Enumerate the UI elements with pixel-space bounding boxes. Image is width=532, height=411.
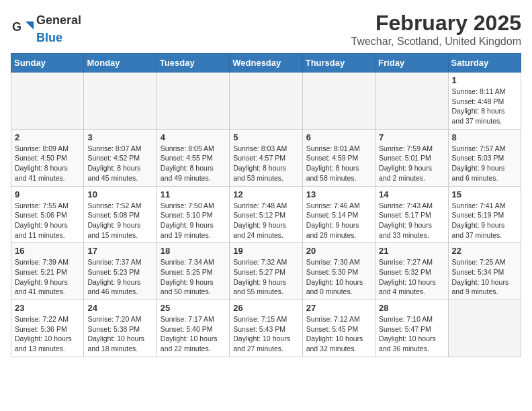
calendar-cell: 10Sunrise: 7:52 AMSunset: 5:08 PMDayligh… [84,186,157,243]
day-detail: Sunrise: 8:01 AMSunset: 4:59 PMDaylight:… [306,144,371,183]
day-detail: Sunrise: 7:46 AMSunset: 5:14 PMDaylight:… [306,201,371,240]
calendar-cell [230,73,302,130]
calendar-header-row: SundayMondayTuesdayWednesdayThursdayFrid… [11,54,521,73]
col-header-tuesday: Tuesday [157,54,229,73]
day-detail: Sunrise: 7:20 AMSunset: 5:38 PMDaylight:… [87,314,152,354]
logo-general-text: General [36,13,81,27]
day-number: 19 [233,246,298,256]
col-header-thursday: Thursday [302,54,375,73]
calendar-cell [448,300,521,357]
day-number: 11 [161,189,226,199]
day-detail: Sunrise: 7:12 AMSunset: 5:45 PMDaylight:… [306,314,371,354]
day-number: 7 [379,132,444,142]
col-header-sunday: Sunday [11,54,84,73]
calendar-table: SundayMondayTuesdayWednesdayThursdayFrid… [11,53,521,357]
svg-marker-1 [26,21,34,30]
calendar-cell: 28Sunrise: 7:10 AMSunset: 5:47 PMDayligh… [375,300,448,357]
day-number: 27 [306,303,371,313]
calendar-cell: 16Sunrise: 7:39 AMSunset: 5:21 PMDayligh… [11,243,84,300]
calendar-cell: 20Sunrise: 7:30 AMSunset: 5:30 PMDayligh… [302,243,375,300]
day-detail: Sunrise: 7:15 AMSunset: 5:43 PMDaylight:… [233,314,298,354]
day-detail: Sunrise: 7:17 AMSunset: 5:40 PMDaylight:… [161,314,226,354]
day-detail: Sunrise: 8:11 AMSunset: 4:48 PMDaylight:… [452,87,517,126]
calendar-week-row: 9Sunrise: 7:55 AMSunset: 5:06 PMDaylight… [11,186,521,243]
calendar-week-row: 23Sunrise: 7:22 AMSunset: 5:36 PMDayligh… [11,300,521,357]
day-number: 24 [87,303,152,313]
day-detail: Sunrise: 7:34 AMSunset: 5:25 PMDaylight:… [161,257,226,297]
day-number: 3 [87,132,152,142]
calendar-cell: 11Sunrise: 7:50 AMSunset: 5:10 PMDayligh… [157,186,229,243]
calendar-week-row: 1Sunrise: 8:11 AMSunset: 4:48 PMDaylight… [11,73,521,130]
calendar-cell: 27Sunrise: 7:12 AMSunset: 5:45 PMDayligh… [302,300,375,357]
calendar-cell: 13Sunrise: 7:46 AMSunset: 5:14 PMDayligh… [302,186,375,243]
day-number: 25 [161,303,226,313]
day-detail: Sunrise: 7:39 AMSunset: 5:21 PMDaylight:… [15,257,80,297]
day-detail: Sunrise: 7:52 AMSunset: 5:08 PMDaylight:… [87,201,152,240]
day-detail: Sunrise: 8:09 AMSunset: 4:50 PMDaylight:… [15,144,80,183]
calendar-cell: 18Sunrise: 7:34 AMSunset: 5:25 PMDayligh… [157,243,229,300]
day-detail: Sunrise: 7:48 AMSunset: 5:12 PMDaylight:… [233,201,298,240]
calendar-cell: 21Sunrise: 7:27 AMSunset: 5:32 PMDayligh… [375,243,448,300]
day-number: 9 [15,189,80,199]
day-number: 26 [233,303,298,313]
day-number: 20 [306,246,371,256]
day-number: 22 [452,246,517,256]
col-header-wednesday: Wednesday [230,54,302,73]
page-header: G General Blue February 2025 Twechar, Sc… [11,11,521,48]
calendar-cell: 9Sunrise: 7:55 AMSunset: 5:06 PMDaylight… [11,186,84,243]
day-number: 5 [233,132,298,142]
day-number: 2 [15,132,80,142]
calendar-cell: 2Sunrise: 8:09 AMSunset: 4:50 PMDaylight… [11,129,84,186]
col-header-friday: Friday [375,54,448,73]
calendar-cell: 22Sunrise: 7:25 AMSunset: 5:34 PMDayligh… [448,243,521,300]
day-number: 10 [87,189,152,199]
day-number: 6 [306,132,371,142]
day-number: 13 [306,189,371,199]
calendar-cell [84,73,157,130]
day-number: 17 [87,246,152,256]
calendar-cell: 12Sunrise: 7:48 AMSunset: 5:12 PMDayligh… [230,186,302,243]
title-area: February 2025 Twechar, Scotland, United … [351,11,521,48]
calendar-cell: 15Sunrise: 7:41 AMSunset: 5:19 PMDayligh… [448,186,521,243]
day-detail: Sunrise: 7:25 AMSunset: 5:34 PMDaylight:… [452,257,517,297]
calendar-cell: 6Sunrise: 8:01 AMSunset: 4:59 PMDaylight… [302,129,375,186]
day-number: 14 [379,189,444,199]
day-detail: Sunrise: 7:59 AMSunset: 5:01 PMDaylight:… [379,144,444,183]
day-detail: Sunrise: 7:10 AMSunset: 5:47 PMDaylight:… [379,314,444,354]
calendar-cell: 26Sunrise: 7:15 AMSunset: 5:43 PMDayligh… [230,300,302,357]
day-number: 12 [233,189,298,199]
calendar-week-row: 2Sunrise: 8:09 AMSunset: 4:50 PMDaylight… [11,129,521,186]
page-title: February 2025 [351,11,521,36]
calendar-cell: 5Sunrise: 8:03 AMSunset: 4:57 PMDaylight… [230,129,302,186]
day-detail: Sunrise: 7:32 AMSunset: 5:27 PMDaylight:… [233,257,298,297]
day-detail: Sunrise: 7:57 AMSunset: 5:03 PMDaylight:… [452,144,517,183]
day-detail: Sunrise: 7:50 AMSunset: 5:10 PMDaylight:… [161,201,226,240]
calendar-cell [302,73,375,130]
calendar-week-row: 16Sunrise: 7:39 AMSunset: 5:21 PMDayligh… [11,243,521,300]
calendar-cell: 17Sunrise: 7:37 AMSunset: 5:23 PMDayligh… [84,243,157,300]
calendar-cell: 19Sunrise: 7:32 AMSunset: 5:27 PMDayligh… [230,243,302,300]
day-detail: Sunrise: 7:22 AMSunset: 5:36 PMDaylight:… [15,314,80,354]
day-number: 15 [452,189,517,199]
day-number: 16 [15,246,80,256]
logo-blue-text: Blue [36,31,62,44]
day-number: 28 [379,303,444,313]
col-header-monday: Monday [84,54,157,73]
day-detail: Sunrise: 7:55 AMSunset: 5:06 PMDaylight:… [15,201,80,240]
calendar-cell: 1Sunrise: 8:11 AMSunset: 4:48 PMDaylight… [448,73,521,130]
calendar-cell: 25Sunrise: 7:17 AMSunset: 5:40 PMDayligh… [157,300,229,357]
calendar-cell: 7Sunrise: 7:59 AMSunset: 5:01 PMDaylight… [375,129,448,186]
calendar-cell [11,73,84,130]
day-number: 8 [452,132,517,142]
day-detail: Sunrise: 7:43 AMSunset: 5:17 PMDaylight:… [379,201,444,240]
day-detail: Sunrise: 7:41 AMSunset: 5:19 PMDaylight:… [452,201,517,240]
day-detail: Sunrise: 7:27 AMSunset: 5:32 PMDaylight:… [379,257,444,297]
calendar-cell: 23Sunrise: 7:22 AMSunset: 5:36 PMDayligh… [11,300,84,357]
svg-text:G: G [12,20,21,34]
day-detail: Sunrise: 8:07 AMSunset: 4:52 PMDaylight:… [87,144,152,183]
calendar-cell: 14Sunrise: 7:43 AMSunset: 5:17 PMDayligh… [375,186,448,243]
calendar-cell: 4Sunrise: 8:05 AMSunset: 4:55 PMDaylight… [157,129,229,186]
col-header-saturday: Saturday [448,54,521,73]
calendar-cell: 24Sunrise: 7:20 AMSunset: 5:38 PMDayligh… [84,300,157,357]
day-detail: Sunrise: 7:37 AMSunset: 5:23 PMDaylight:… [87,257,152,297]
